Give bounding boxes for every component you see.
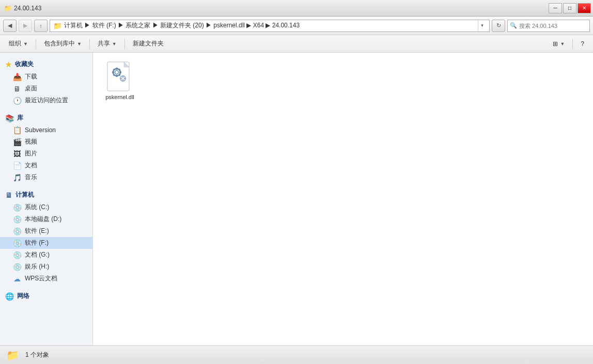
refresh-button[interactable]: ↻ [492, 20, 505, 32]
drive-e-label: 软件 (E:) [25, 227, 49, 235]
video-label: 视频 [25, 137, 37, 146]
svg-point-13 [122, 77, 124, 80]
svg-rect-4 [116, 68, 118, 70]
sidebar-item-recent[interactable]: 🕐 最近访问的位置 [0, 94, 92, 106]
favorites-label: 收藏夹 [15, 60, 34, 69]
toolbar-separator-3 [124, 39, 125, 49]
address-folder-icon: 📁 [53, 22, 62, 30]
title-bar-left: 📁 24.00.143 [4, 5, 41, 12]
sidebar-item-music[interactable]: 🎵 音乐 [0, 171, 92, 183]
svg-rect-5 [116, 75, 118, 77]
wps-cloud-label: WPS云文档 [25, 274, 57, 283]
sidebar-item-subversion[interactable]: 📋 Subversion [0, 124, 92, 136]
library-label: 库 [17, 114, 23, 122]
recent-label: 最近访问的位置 [25, 96, 68, 105]
address-input[interactable]: 📁 计算机 ▶ 软件 (F:) ▶ 系统之家 ▶ 新建文件夹 (20) ▶ ps… [50, 20, 490, 32]
svg-rect-15 [122, 80, 123, 82]
include-dropdown-icon: ▼ [77, 41, 82, 46]
close-button[interactable]: ✕ [578, 3, 591, 13]
drive-h-icon: 💿 [12, 263, 22, 271]
new-folder-label: 新建文件夹 [133, 39, 164, 48]
sidebar-item-drive-g[interactable]: 💿 文档 (G:) [0, 249, 92, 261]
drive-h-label: 娱乐 (H:) [25, 262, 49, 271]
refresh-icon: ↻ [496, 22, 501, 29]
sidebar-item-drive-h[interactable]: 💿 娱乐 (H:) [0, 261, 92, 273]
toolbar-separator-4 [572, 39, 573, 49]
sidebar-item-drive-c[interactable]: 💿 系统 (C:) [0, 201, 92, 213]
back-button[interactable]: ◀ [3, 20, 17, 32]
pictures-icon: 🖼 [12, 150, 22, 158]
sidebar: ★ 收藏夹 📥 下载 🖥 桌面 🕐 最近访问的位置 📚 库 📋 Subversi… [0, 53, 93, 345]
drive-d-icon: 💿 [12, 215, 22, 224]
drive-f-icon: 💿 [12, 239, 22, 247]
toolbar-separator-2 [89, 39, 90, 49]
up-icon: ↑ [39, 23, 42, 29]
subversion-label: Subversion [25, 126, 56, 134]
help-button[interactable]: ? [576, 37, 589, 51]
svg-rect-14 [122, 75, 123, 77]
sidebar-item-documents[interactable]: 📄 文档 [0, 160, 92, 171]
network-icon: 🌐 [5, 292, 14, 300]
search-glass-icon: 🔍 [510, 22, 517, 29]
sidebar-section-library[interactable]: 📚 库 [0, 110, 92, 124]
minimize-button[interactable]: ─ [549, 3, 562, 13]
file-name-pskernel: pskernel.dll [105, 93, 134, 101]
address-dropdown-button[interactable]: ▼ [478, 20, 486, 31]
share-button[interactable]: 共享 ▼ [93, 37, 121, 51]
sidebar-item-pictures[interactable]: 🖼 图片 [0, 148, 92, 160]
svg-rect-7 [119, 72, 121, 73]
share-label: 共享 [98, 39, 110, 48]
drive-g-label: 文档 (G:) [25, 250, 50, 259]
window-title: 24.00.143 [14, 5, 41, 12]
organize-button[interactable]: 组织 ▼ [4, 37, 33, 51]
up-button[interactable]: ↑ [34, 20, 48, 32]
network-label: 网络 [17, 292, 29, 300]
drive-g-icon: 💿 [12, 251, 22, 259]
forward-button[interactable]: ▶ [19, 20, 32, 32]
search-input[interactable] [519, 23, 590, 29]
downloads-icon: 📥 [12, 73, 22, 81]
dll-file-svg [105, 61, 134, 93]
sidebar-item-downloads[interactable]: 📥 下载 [0, 71, 92, 83]
svg-rect-16 [120, 78, 121, 79]
views-icon: ⊞ [553, 40, 558, 48]
sidebar-item-drive-d[interactable]: 💿 本地磁盘 (D:) [0, 213, 92, 225]
share-dropdown-icon: ▼ [112, 41, 117, 46]
forward-icon: ▶ [23, 22, 27, 29]
sidebar-item-desktop[interactable]: 🖥 桌面 [0, 83, 92, 94]
drive-c-icon: 💿 [12, 203, 22, 212]
sidebar-item-video[interactable]: 🎬 视频 [0, 136, 92, 148]
sidebar-item-wps-cloud[interactable]: ☁ WPS云文档 [0, 273, 92, 284]
content-area[interactable]: pskernel.dll [93, 53, 593, 345]
pictures-label: 图片 [25, 149, 37, 158]
sidebar-item-drive-f[interactable]: 💿 软件 (F:) [0, 237, 92, 249]
file-item-pskernel[interactable]: pskernel.dll [99, 59, 141, 104]
file-grid: pskernel.dll [99, 59, 587, 104]
maximize-button[interactable]: □ [563, 3, 576, 13]
favorites-star-icon: ★ [5, 60, 12, 69]
views-button[interactable]: ⊞ ▼ [548, 37, 569, 51]
sidebar-section-computer[interactable]: 🖥 计算机 [0, 187, 92, 201]
wps-cloud-icon: ☁ [12, 275, 22, 283]
sidebar-item-drive-e[interactable]: 💿 软件 (E:) [0, 225, 92, 237]
back-icon: ◀ [8, 22, 12, 29]
downloads-label: 下载 [25, 72, 37, 81]
include-label: 包含到库中 [44, 39, 75, 48]
sidebar-section-favorites[interactable]: ★ 收藏夹 [0, 57, 92, 71]
toolbar-separator-1 [36, 39, 36, 49]
address-bar: ◀ ▶ ↑ 📁 计算机 ▶ 软件 (F:) ▶ 系统之家 ▶ 新建文件夹 (20… [0, 17, 593, 35]
include-library-button[interactable]: 包含到库中 ▼ [39, 37, 86, 51]
documents-label: 文档 [25, 161, 37, 170]
window-icon: 📁 [4, 5, 12, 12]
help-icon: ? [581, 40, 584, 48]
subversion-icon: 📋 [12, 126, 22, 134]
sidebar-section-network[interactable]: 🌐 网络 [0, 289, 92, 303]
new-folder-button[interactable]: 新建文件夹 [128, 37, 168, 51]
toolbar: 组织 ▼ 包含到库中 ▼ 共享 ▼ 新建文件夹 ⊞ ▼ ? [0, 35, 593, 53]
computer-label: 计算机 [15, 191, 34, 199]
search-box[interactable]: 🔍 🔍 [507, 20, 590, 32]
drive-e-icon: 💿 [12, 227, 22, 235]
recent-icon: 🕐 [12, 97, 22, 105]
svg-rect-6 [112, 72, 114, 73]
music-icon: 🎵 [12, 173, 22, 182]
